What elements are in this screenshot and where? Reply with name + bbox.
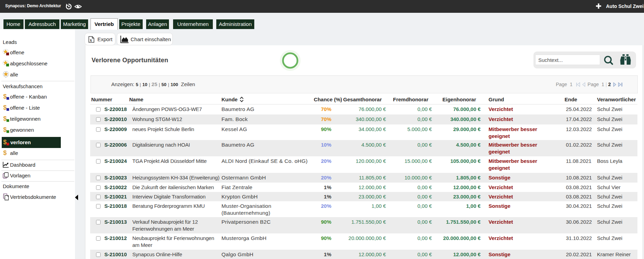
- svg-text:x: x: [90, 38, 92, 43]
- svg-text:$: $: [3, 139, 7, 146]
- svg-text:$: $: [3, 115, 7, 122]
- svg-text:$: $: [3, 149, 7, 156]
- svg-text:$: $: [3, 93, 7, 100]
- svg-text:$: $: [3, 126, 7, 133]
- svg-text:$: $: [3, 104, 7, 111]
